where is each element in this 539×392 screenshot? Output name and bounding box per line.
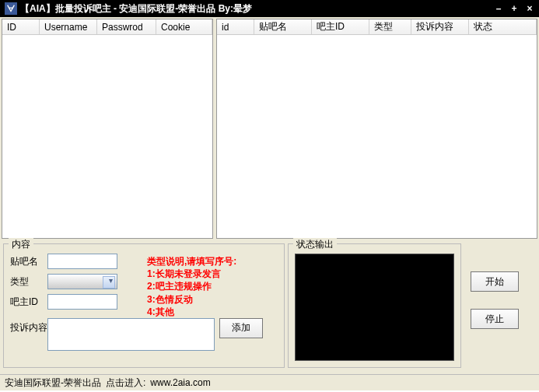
tasks-table[interactable]: id 贴吧名 吧主ID 类型 投诉内容 状态 — [216, 19, 537, 239]
col-cookie[interactable]: Cookie — [156, 19, 212, 34]
maximize-icon[interactable]: + — [509, 3, 519, 14]
status-groupbox-title: 状态输出 — [293, 238, 337, 251]
status-groupbox: 状态输出 — [288, 243, 461, 368]
form-column: 贴吧名 类型 吧主ID — [10, 254, 142, 318]
accounts-table-header: ID Username Passwrod Cookie — [2, 19, 212, 35]
minimize-icon[interactable]: – — [494, 3, 503, 14]
action-buttons: 开始 停止 — [464, 243, 525, 374]
input-tieba-name[interactable] — [47, 254, 117, 269]
stop-button[interactable]: 停止 — [471, 309, 519, 329]
window-controls: – + × — [494, 3, 534, 14]
label-complaint: 投诉内容 — [10, 318, 47, 334]
close-icon[interactable]: × — [525, 3, 534, 14]
titlebar: 【AIA】批量投诉吧主 - 安迪国际联盟-荣誉出品 By:晕梦 – + × — [0, 0, 539, 17]
col-status[interactable]: 状态 — [469, 19, 537, 34]
content-groupbox-title: 内容 — [9, 238, 33, 251]
col-username[interactable]: Username — [40, 19, 97, 34]
desc-line: 1:长期未登录发言 — [147, 268, 236, 280]
type-description: 类型说明,请填写序号: 1:长期未登录发言 2:吧主违规操作 3:色情反动 4:… — [147, 255, 236, 318]
col-bazhu[interactable]: 吧主ID — [312, 19, 369, 34]
label-type: 类型 — [10, 275, 47, 289]
label-bazhu: 吧主ID — [10, 296, 47, 309]
statusbar: 安迪国际联盟-荣誉出品 点击进入: www.2aia.com — [0, 374, 539, 390]
start-button[interactable]: 开始 — [471, 271, 519, 292]
select-type[interactable] — [47, 274, 117, 289]
statusbar-link[interactable]: www.2aia.com — [150, 377, 210, 388]
app-icon — [5, 2, 17, 15]
desc-line: 类型说明,请填写序号: — [147, 255, 236, 268]
statusbar-left: 安迪国际联盟-荣誉出品 — [5, 376, 101, 390]
titlebar-text: 【AIA】批量投诉吧主 - 安迪国际联盟-荣誉出品 By:晕梦 — [20, 2, 494, 16]
label-tieba: 贴吧名 — [10, 255, 47, 268]
add-button[interactable]: 添加 — [219, 318, 263, 338]
col-id2[interactable]: id — [217, 19, 254, 34]
bottom-area: 内容 贴吧名 类型 吧主ID 类型说明,请填写序号: 1:长期未 — [0, 240, 539, 374]
desc-line: 2:吧主违规操作 — [147, 280, 236, 292]
col-tieba[interactable]: 贴吧名 — [254, 19, 312, 34]
content-groupbox: 内容 贴吧名 类型 吧主ID 类型说明,请填写序号: 1:长期未 — [3, 243, 285, 368]
desc-line: 3:色情反动 — [147, 293, 236, 306]
statusbar-link-prefix: 点击进入: — [106, 376, 145, 390]
input-complaint[interactable] — [47, 318, 215, 351]
accounts-table[interactable]: ID Username Passwrod Cookie — [2, 19, 213, 239]
col-type[interactable]: 类型 — [369, 19, 411, 34]
col-password[interactable]: Passwrod — [97, 19, 156, 34]
main-area: ID Username Passwrod Cookie id 贴吧名 吧主ID … — [0, 17, 539, 240]
col-id[interactable]: ID — [2, 19, 40, 34]
desc-line: 4:其他 — [147, 306, 236, 318]
status-output — [295, 254, 454, 361]
input-bazhu-id[interactable] — [47, 294, 117, 310]
col-complaint[interactable]: 投诉内容 — [411, 19, 469, 34]
tasks-table-header: id 贴吧名 吧主ID 类型 投诉内容 状态 — [217, 19, 537, 35]
